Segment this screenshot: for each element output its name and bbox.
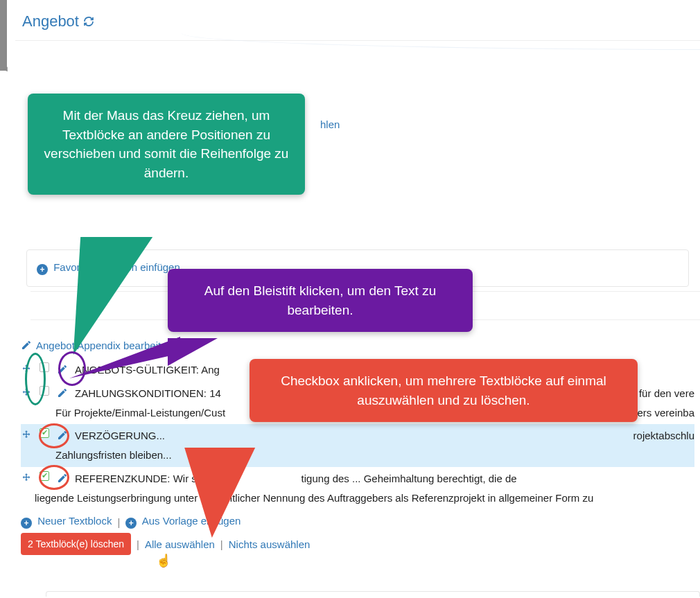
- pencil-icon: [21, 340, 32, 351]
- pencil-icon[interactable]: [57, 362, 68, 378]
- delete-textblocks-button[interactable]: 2 Textblöck(e) löschen: [21, 533, 131, 555]
- new-textblock-link[interactable]: + Neuer Textblock: [21, 515, 112, 529]
- pencil-icon[interactable]: [57, 386, 68, 401]
- drag-handle-icon[interactable]: [21, 428, 32, 443]
- decorative-curve: [182, 33, 700, 50]
- partial-link[interactable]: hlen: [320, 118, 340, 130]
- drag-handle-icon[interactable]: [21, 471, 32, 486]
- plus-circle-icon: +: [21, 518, 32, 529]
- pencil-icon[interactable]: [57, 471, 68, 486]
- row-checkbox[interactable]: ✔: [39, 471, 50, 481]
- row-text-cont: liegende Leistungserbringung unter namen…: [21, 491, 593, 506]
- callout-pencil-hint: Auf den Bleistift klicken, um den Text z…: [168, 269, 473, 332]
- row-text-cont: Zahlungsfristen bleiben...: [21, 448, 172, 463]
- separator: |: [137, 538, 139, 550]
- window-left-strip: [0, 0, 7, 71]
- plus-circle-icon: +: [125, 518, 137, 529]
- row-text: VERZÖGERUNG...: [75, 428, 627, 443]
- collapse-chevron-icon[interactable]: ◄: [0, 62, 10, 75]
- select-none-link[interactable]: Nichts auswählen: [229, 538, 310, 550]
- textblock-row: ✔ VERZÖGERUNG... rojektabschlu: [21, 424, 694, 448]
- pencil-icon[interactable]: [57, 428, 68, 443]
- callout-drag-hint: Mit der Maus das Kreuz ziehen, um Textbl…: [28, 94, 305, 195]
- cursor-hand-icon: ☝: [156, 553, 171, 568]
- textblock-row-cont: liegende Leistungserbringung unter namen…: [21, 491, 694, 510]
- new-textblock-label: Neuer Textblock: [37, 515, 112, 527]
- row-tail: rojektabschlu: [633, 428, 694, 443]
- select-all-link[interactable]: Alle auswählen: [145, 538, 215, 550]
- row-checkbox[interactable]: ✔: [39, 428, 50, 438]
- textblock-row-cont: Zahlungsfristen bleiben...: [21, 448, 694, 467]
- row-checkbox[interactable]: [39, 386, 50, 396]
- drag-handle-icon[interactable]: [21, 362, 32, 378]
- row-tail: für den vere: [639, 386, 694, 401]
- callout-checkbox-hint: Checkbox anklicken, um mehrere Textblöck…: [250, 359, 638, 422]
- row-tail: ers vereinba: [637, 405, 694, 421]
- plus-circle-icon: +: [37, 264, 48, 275]
- row-checkbox[interactable]: [39, 362, 50, 372]
- drag-handle-icon[interactable]: [21, 386, 32, 401]
- separator: |: [117, 516, 120, 528]
- refresh-icon[interactable]: [83, 15, 94, 29]
- actions-bar: + Neuer Textblock | + Aus Vorlage einfüg…: [21, 515, 694, 529]
- textblock-row: ✔ REFERENZKUNDE: Wir sind u ------------…: [21, 467, 694, 491]
- actions-bar-2: 2 Textblöck(e) löschen | Alle auswählen …: [21, 533, 694, 555]
- separator: |: [220, 538, 223, 550]
- row-text-cont: Für Projekte/Einmal-Leistungen/Cust: [21, 405, 225, 421]
- bottom-panel-edge: [46, 591, 700, 597]
- row-text: REFERENZKUNDE: Wir sind u --------------…: [75, 471, 694, 486]
- page-title: Angebot: [22, 12, 79, 30]
